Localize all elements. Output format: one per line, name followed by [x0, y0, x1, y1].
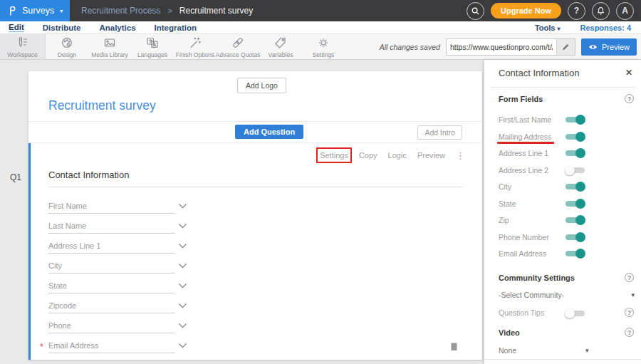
community-select[interactable]: -Select Community- ▾: [484, 289, 641, 303]
field-underline: [48, 273, 175, 274]
chevron-down-icon[interactable]: [178, 223, 187, 229]
field-row: * Address Line 1: [48, 241, 191, 261]
add-intro-button[interactable]: Add Intro: [417, 125, 462, 140]
chevron-down-icon[interactable]: [178, 263, 187, 269]
toggle-label: Zip: [499, 216, 509, 224]
toolbar-languages[interactable]: Languages: [131, 34, 174, 59]
tools-menu[interactable]: Tools ▾: [535, 24, 561, 32]
chevron-down-icon[interactable]: [178, 283, 187, 288]
edit-url-button[interactable]: [556, 39, 575, 55]
toggle-switch[interactable]: [565, 147, 586, 159]
field-underline: [48, 333, 175, 333]
add-question-button[interactable]: Add Question: [235, 125, 303, 139]
survey-title[interactable]: Recruitment survey: [48, 98, 156, 113]
tab-bar: Edit Distribute Analytics Integration To…: [0, 21, 641, 34]
add-logo-button[interactable]: Add Logo: [237, 78, 286, 93]
breadcrumb-parent[interactable]: Recruitment Process: [81, 6, 160, 16]
chevron-down-icon[interactable]: [178, 303, 187, 308]
toggle-switch[interactable]: [565, 181, 586, 192]
video-select[interactable]: None ▾: [484, 345, 641, 359]
toggle-row-address-line-1: Address Line 1: [484, 147, 641, 165]
search-button[interactable]: [467, 2, 484, 20]
help-icon[interactable]: ?: [625, 308, 634, 317]
toolbar-media-library[interactable]: Media Library: [88, 34, 131, 59]
field-label[interactable]: Email Address: [48, 341, 98, 350]
notifications-button[interactable]: [592, 2, 610, 20]
tab-integration[interactable]: Integration: [155, 24, 197, 32]
workspace-icon: [16, 36, 30, 50]
chain-link-icon: [231, 36, 245, 50]
help-icon[interactable]: ?: [625, 328, 634, 337]
toggle-switch[interactable]: [565, 214, 586, 226]
field-label[interactable]: Phone: [48, 321, 71, 330]
close-icon[interactable]: ✕: [625, 68, 632, 78]
surveys-menu[interactable]: Surveys ▾: [0, 0, 70, 21]
question-more-menu[interactable]: ⋮: [456, 152, 465, 160]
translate-icon: [145, 36, 160, 50]
bell-icon: [596, 6, 605, 16]
toolbar-advance-quotas[interactable]: Advance Quotas: [217, 34, 259, 59]
help-icon[interactable]: ?: [625, 94, 634, 103]
chevron-down-icon[interactable]: [178, 203, 187, 209]
upgrade-now-button[interactable]: Upgrade Now: [491, 3, 561, 19]
chevron-down-icon[interactable]: ▾: [631, 291, 635, 298]
form-fields-heading: Form Fields: [499, 95, 543, 103]
toggle-switch[interactable]: [565, 131, 586, 142]
toggle-row-first-last-name: First/Last Name: [484, 114, 641, 131]
chevron-down-icon[interactable]: [178, 343, 187, 348]
tab-edit[interactable]: Edit: [9, 23, 24, 32]
search-icon: [471, 6, 480, 16]
field-label[interactable]: Address Line 1: [48, 241, 100, 250]
field-label[interactable]: Last Name: [48, 222, 86, 230]
question-title[interactable]: Contact Information: [48, 170, 129, 180]
chevron-down-icon[interactable]: ▾: [585, 347, 589, 354]
toolbar-design[interactable]: Design: [46, 34, 88, 59]
field-underline: [48, 253, 175, 254]
toggle-row-state: State: [484, 198, 641, 215]
field-label[interactable]: State: [48, 281, 67, 290]
community-select-value[interactable]: -Select Community-: [499, 291, 564, 299]
field-label[interactable]: Zipcode: [48, 301, 76, 310]
toggle-switch[interactable]: [565, 232, 586, 243]
tab-analytics[interactable]: Analytics: [99, 24, 135, 32]
main-area: Q1 Add Logo Recruitment survey Add Quest…: [0, 60, 641, 364]
toolbar-settings[interactable]: Settings: [302, 34, 345, 59]
question-preview-button[interactable]: Preview: [417, 151, 445, 160]
preview-button[interactable]: Preview: [581, 38, 637, 56]
question-copy-button[interactable]: Copy: [359, 151, 377, 160]
toggle-label: Address Line 1: [499, 149, 548, 157]
chevron-down-icon[interactable]: [178, 323, 187, 328]
toggle-switch[interactable]: [565, 308, 586, 319]
tab-distribute[interactable]: Distribute: [43, 24, 81, 32]
toggle-row-city: City: [484, 181, 641, 198]
questionpro-logo-icon: [7, 4, 18, 17]
selected-question-indicator: [28, 143, 31, 360]
question-logic-button[interactable]: Logic: [388, 151, 407, 160]
help-icon[interactable]: ?: [625, 273, 634, 282]
toggle-switch[interactable]: [565, 198, 586, 209]
red-underline-annotation: [497, 142, 554, 144]
toggle-switch[interactable]: [565, 248, 586, 259]
survey-url-input[interactable]: [447, 39, 556, 55]
field-row: * Zipcode: [48, 301, 191, 321]
toolbar-workspace[interactable]: Workspace: [0, 34, 46, 59]
divider: [490, 87, 635, 88]
help-button[interactable]: ?: [568, 2, 585, 20]
field-label[interactable]: City: [48, 261, 62, 270]
field-row: * First Name: [48, 201, 191, 221]
toolbar-finish-options[interactable]: Finish Options: [174, 34, 217, 59]
toggle-switch[interactable]: [565, 165, 586, 176]
toggle-row-email-address: Email Address: [484, 248, 641, 265]
video-select-value[interactable]: None: [499, 346, 516, 355]
delete-question-button[interactable]: [449, 339, 459, 351]
avatar[interactable]: A: [616, 2, 634, 20]
question-tips-label: Question Tips: [499, 308, 544, 317]
field-label[interactable]: First Name: [48, 202, 87, 210]
chevron-down-icon[interactable]: [178, 243, 187, 249]
question-settings-button[interactable]: Settings: [320, 151, 348, 160]
gear-icon: [316, 36, 330, 50]
toolbar-variables[interactable]: Variables: [259, 34, 302, 59]
toggle-switch[interactable]: [565, 114, 586, 125]
field-row: * State: [48, 281, 191, 301]
responses-count[interactable]: Responses: 4: [580, 24, 631, 32]
